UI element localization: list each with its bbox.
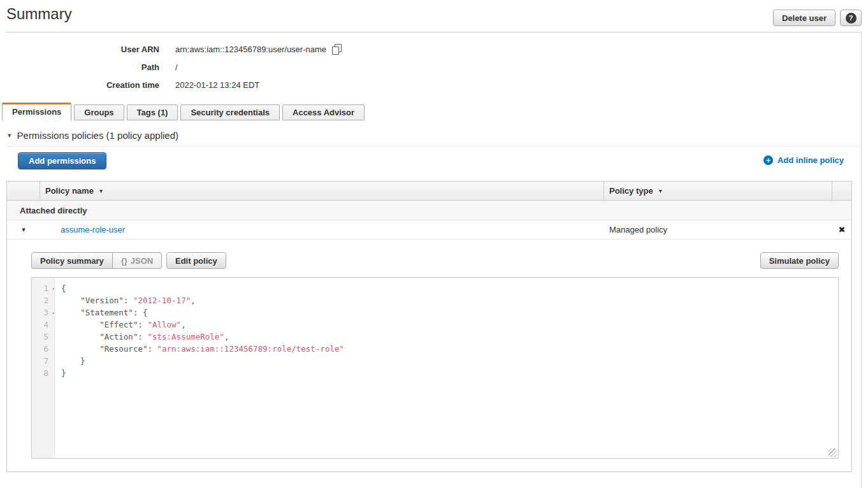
tab-groups[interactable]: Groups xyxy=(74,104,124,120)
tab-security-credentials[interactable]: Security credentials xyxy=(180,104,280,120)
row-expand-caret-icon[interactable]: ▾ xyxy=(7,226,40,234)
delete-user-button[interactable]: Delete user xyxy=(773,10,835,26)
header-actions: Delete user ? xyxy=(773,10,862,26)
code-plain-token: , xyxy=(224,332,229,341)
add-inline-policy-link[interactable]: + Add inline policy xyxy=(763,155,844,165)
editor-code[interactable]: { "Version": "2012-10-17", "Statement": … xyxy=(55,278,838,458)
policy-detail-panel: Policy summary {} JSON Edit policy Simul… xyxy=(7,240,851,471)
code-line: "Statement": { xyxy=(61,306,838,319)
code-plain-token: "Version": xyxy=(61,296,133,305)
content-right-border xyxy=(861,32,862,488)
code-plain-token: "Effect": xyxy=(61,320,147,329)
code-line: "Version": "2012-10-17", xyxy=(61,294,838,306)
view-toggle-group: Policy summary {} JSON xyxy=(31,252,162,269)
code-string-token: "arn:aws:iam::123456789:role/test-role" xyxy=(157,344,345,354)
expand-column-header xyxy=(7,182,40,200)
heading-divider xyxy=(6,146,862,147)
attached-directly-label: Attached directly xyxy=(20,206,87,215)
tab-tags[interactable]: Tags (1) xyxy=(127,104,178,120)
gutter-line-number: 6 xyxy=(32,343,55,355)
table-row: ▾ assume-role-user Managed policy ✖ xyxy=(7,220,851,240)
policy-type-cell: Managed policy xyxy=(604,225,832,234)
policy-name-column-header[interactable]: Policy name ▾ xyxy=(40,182,604,200)
collapse-caret-icon[interactable]: ▾ xyxy=(8,131,11,140)
action-column-header xyxy=(832,182,851,200)
creation-time-value: 2022-01-12 13:24 EDT xyxy=(175,80,259,90)
code-plain-token: { xyxy=(61,283,66,293)
policy-name-link[interactable]: assume-role-user xyxy=(61,225,125,234)
code-string-token: "sts:AssumeRole" xyxy=(147,332,224,341)
tab-bar: Permissions Groups Tags (1) Security cre… xyxy=(2,103,367,120)
policy-table: Policy name ▾ Policy type ▾ Attached dir… xyxy=(6,181,852,472)
remove-policy-x-icon[interactable]: ✖ xyxy=(839,225,846,234)
header-divider xyxy=(6,32,862,32)
page-title: Summary xyxy=(6,5,72,23)
tab-permissions[interactable]: Permissions xyxy=(2,103,71,120)
gutter-line-number: 2 xyxy=(32,294,55,306)
edit-policy-button[interactable]: Edit policy xyxy=(166,252,226,269)
sort-caret-icon[interactable]: ▾ xyxy=(99,187,103,194)
policy-detail-toolbar: Policy summary {} JSON Edit policy Simul… xyxy=(31,252,839,269)
json-button[interactable]: {} JSON xyxy=(112,252,163,269)
gutter-line-number: 8 xyxy=(32,367,55,379)
json-policy-editor[interactable]: 1▾23▾45678 { "Version": "2012-10-17", "S… xyxy=(31,277,839,459)
help-button[interactable]: ? xyxy=(840,10,862,26)
editor-resize-handle[interactable] xyxy=(828,449,837,457)
info-row-path: Path / xyxy=(6,58,342,76)
plus-circle-icon: + xyxy=(763,155,773,165)
code-line: } xyxy=(61,355,838,367)
user-arn-label: User ARN xyxy=(6,45,159,54)
info-row-user-arn: User ARN arn:aws:iam::123456789:user/use… xyxy=(6,40,342,58)
code-string-token: "Allow" xyxy=(147,320,181,329)
braces-icon: {} xyxy=(121,256,127,266)
policy-summary-button[interactable]: Policy summary xyxy=(31,252,113,269)
code-plain-token: "Action": xyxy=(61,332,147,341)
code-string-token: "2012-10-17" xyxy=(133,296,191,305)
code-plain-token: , xyxy=(191,296,196,305)
tab-access-advisor[interactable]: Access Advisor xyxy=(282,104,365,120)
creation-time-label: Creation time xyxy=(6,80,159,90)
path-label: Path xyxy=(6,62,159,72)
path-value: / xyxy=(175,62,178,72)
permissions-policies-title: Permissions policies (1 policy applied) xyxy=(17,130,178,141)
gutter-line-number: 4 xyxy=(32,319,55,331)
code-plain-token: , xyxy=(181,320,186,329)
add-permissions-button[interactable]: Add permissions xyxy=(18,152,106,169)
json-button-label: JSON xyxy=(131,256,153,266)
code-plain-token: "Resource": xyxy=(61,344,157,354)
editor-gutter: 1▾23▾45678 xyxy=(32,278,55,458)
policy-action-cell: ✖ xyxy=(832,225,851,234)
policy-table-header: Policy name ▾ Policy type ▾ xyxy=(7,182,851,201)
policy-type-column-header[interactable]: Policy type ▾ xyxy=(604,182,832,200)
permissions-policies-heading: ▾ Permissions policies (1 policy applied… xyxy=(8,130,178,141)
help-icon: ? xyxy=(846,13,857,24)
code-line: "Resource": "arn:aws:iam::123456789:role… xyxy=(61,343,838,355)
fold-caret-icon[interactable]: ▾ xyxy=(52,283,55,295)
code-line: "Effect": "Allow", xyxy=(61,319,838,331)
code-line: } xyxy=(61,367,838,379)
gutter-line-number: 5 xyxy=(32,331,55,343)
code-line: "Action": "sts:AssumeRole", xyxy=(61,331,838,343)
add-inline-policy-label: Add inline policy xyxy=(778,155,844,165)
code-plain-token: } xyxy=(61,356,85,366)
sort-caret-icon[interactable]: ▾ xyxy=(659,187,662,194)
gutter-line-number: 1▾ xyxy=(32,282,55,294)
code-plain-token: } xyxy=(61,368,66,378)
code-line: { xyxy=(61,282,838,294)
user-info-section: User ARN arn:aws:iam::123456789:user/use… xyxy=(6,40,342,94)
policy-name-header-label: Policy name xyxy=(45,186,94,196)
policy-name-cell: assume-role-user xyxy=(40,225,604,234)
simulate-policy-button[interactable]: Simulate policy xyxy=(760,252,839,269)
user-arn-value: arn:aws:iam::123456789:user/user-name xyxy=(175,45,326,54)
code-plain-token: "Statement": { xyxy=(61,308,147,317)
gutter-line-number: 3▾ xyxy=(32,306,55,319)
attached-directly-group-row: Attached directly xyxy=(7,201,851,220)
gutter-line-number: 7 xyxy=(32,355,55,367)
fold-caret-icon[interactable]: ▾ xyxy=(52,307,55,319)
info-row-creation-time: Creation time 2022-01-12 13:24 EDT xyxy=(6,76,342,94)
copy-icon[interactable] xyxy=(332,44,342,54)
policy-type-header-label: Policy type xyxy=(609,186,653,196)
